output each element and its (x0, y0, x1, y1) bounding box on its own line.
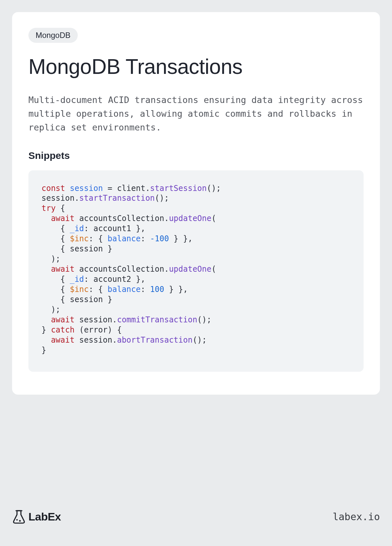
brand-name: LabEx (28, 510, 61, 523)
svg-point-2 (19, 520, 21, 521)
brand-logo: LabEx (12, 509, 61, 524)
flask-icon (12, 509, 26, 524)
snippets-heading: Snippets (28, 150, 364, 161)
page-title: MongoDB Transactions (28, 55, 364, 79)
description-text: Multi-document ACID transactions ensurin… (28, 93, 364, 134)
category-tag: MongoDB (28, 28, 78, 43)
code-content: const session = client.startSession(); s… (41, 183, 351, 355)
content-card: MongoDB MongoDB Transactions Multi-docum… (12, 12, 380, 395)
footer: LabEx labex.io (12, 509, 380, 524)
site-url: labex.io (333, 511, 380, 522)
svg-point-1 (16, 519, 18, 520)
code-snippet-block: const session = client.startSession(); s… (28, 170, 364, 372)
